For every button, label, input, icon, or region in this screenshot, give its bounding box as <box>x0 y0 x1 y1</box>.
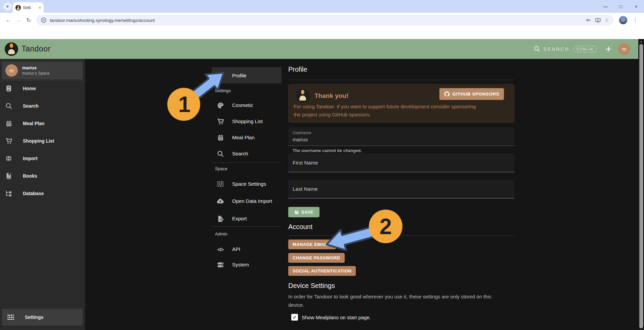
nav-item-system[interactable]: System <box>212 257 282 273</box>
first-name-input[interactable]: First Name <box>288 153 514 172</box>
sidebar-item-meal-plan[interactable]: Meal Plan <box>0 115 85 132</box>
search-icon[interactable] <box>533 45 541 52</box>
nav-item-open-data-import[interactable]: Open Data Import <box>212 189 282 213</box>
settings-nav: Profile Settings Cosmetic Shopping List <box>212 59 282 330</box>
github-sponsors-label: GITHUB SPONSORS <box>452 91 499 97</box>
sidebar-item-search[interactable]: Search <box>0 97 85 115</box>
tandoor-logo-icon <box>296 89 309 102</box>
nav-divider <box>212 226 282 227</box>
search-label[interactable]: SEARCH <box>543 46 569 52</box>
mealplan-checkbox[interactable]: ✓ <box>291 314 298 321</box>
heading-divider <box>288 80 514 80</box>
user-avatar[interactable]: m <box>618 43 630 55</box>
sidebar-space-name: marius's Space <box>22 71 50 76</box>
person-icon <box>216 72 225 79</box>
app-header: Tandoor SEARCH CTRL+K + m <box>0 39 638 59</box>
sidebar-avatar: m <box>5 64 18 77</box>
calendar-icon <box>3 120 14 127</box>
github-icon <box>444 91 450 97</box>
content-area: Profile Settings Cosmetic Shopping List <box>85 59 638 330</box>
username-field: Username marius <box>288 127 514 146</box>
tab-close-icon[interactable]: × <box>39 5 41 10</box>
username-helper-text: The username cannot be changed. <box>293 148 362 153</box>
nav-item-api[interactable]: </> API <box>212 241 282 257</box>
create-button[interactable]: + <box>605 44 611 54</box>
install-app-icon[interactable] <box>595 17 601 23</box>
mealplan-checkbox-label: Show Mealplans on start page. <box>302 315 371 320</box>
reload-button[interactable]: ↻ <box>24 17 34 24</box>
scrollbar-up-icon[interactable]: ▲ <box>638 40 644 43</box>
nav-item-meal-plan[interactable]: Meal Plan <box>212 130 282 146</box>
username-label: Username <box>293 131 311 135</box>
tab-title: Setti <box>23 5 37 10</box>
palette-icon <box>216 102 225 109</box>
settings-label: Settings <box>25 315 43 320</box>
github-sponsors-button[interactable]: GITHUB SPONSORS <box>439 88 504 100</box>
back-button[interactable]: ← <box>3 17 13 24</box>
sidebar-item-settings[interactable]: Settings <box>2 309 83 326</box>
password-key-icon[interactable] <box>586 17 592 23</box>
device-settings-body: In order for Tandoor to look good wherev… <box>288 292 508 309</box>
code-icon: </> <box>216 247 225 252</box>
window-minimize-button[interactable]: — <box>598 4 613 9</box>
thank-you-body: For using Tandoor. If you want to suppor… <box>294 103 482 119</box>
save-label: SAVE <box>301 210 313 215</box>
sidebar-item-books[interactable]: Books <box>0 167 85 185</box>
sidebar: m marius marius's Space Home Search Meal… <box>0 59 85 330</box>
globe-icon <box>3 155 14 162</box>
thank-you-title: Thank you! <box>314 92 348 100</box>
window-restore-button[interactable]: □ <box>613 4 629 9</box>
search-icon <box>216 150 225 158</box>
nav-item-cosmetic[interactable]: Cosmetic <box>212 97 282 113</box>
tandoor-favicon-icon <box>15 5 21 10</box>
nav-section-settings: Settings <box>215 88 231 93</box>
file-export-icon <box>216 215 225 223</box>
nav-profile-label: Profile <box>232 73 247 78</box>
page-top-gap <box>0 28 644 39</box>
nav-item-export[interactable]: Export <box>212 211 282 227</box>
sidebar-item-home[interactable]: Home <box>0 80 85 97</box>
nav-item-profile[interactable]: Profile <box>212 67 282 83</box>
window-close-button[interactable]: × <box>629 4 644 9</box>
url-text: tandoor.mariushosting.synology.me/settin… <box>50 18 155 23</box>
last-name-input[interactable]: Last Name <box>288 180 514 198</box>
nav-item-shopping-list[interactable]: Shopping List <box>212 113 282 130</box>
sidebar-item-import[interactable]: Import <box>0 150 85 167</box>
calendar-icon <box>216 134 225 141</box>
site-controls-icon[interactable] <box>41 17 46 23</box>
cart-icon <box>3 137 14 145</box>
main-panel: Profile Thank you! GITHUB SPONSORS For u… <box>288 59 514 330</box>
cart-icon <box>216 118 225 125</box>
browser-tab[interactable]: Setti × <box>13 2 44 13</box>
sidebar-user-chip[interactable]: m marius marius's Space <box>2 62 83 79</box>
browser-tab-strip: ▾ Setti × — □ × <box>0 0 644 13</box>
manage-emails-button[interactable]: MANAGE EMAILS <box>288 240 336 249</box>
brand-title[interactable]: Tandoor <box>22 44 51 53</box>
nav-item-search[interactable]: Search <box>212 146 282 162</box>
social-authentication-button[interactable]: SOCIAL AUTHENTICATION <box>288 266 356 276</box>
scrollbar-thumb[interactable] <box>639 44 643 328</box>
browser-menu-icon[interactable]: ⋮ <box>630 17 641 23</box>
username-value: marius <box>293 137 308 142</box>
sidebar-item-shopping-list[interactable]: Shopping List <box>0 132 85 150</box>
nav-section-admin: Admin <box>215 231 227 236</box>
forward-button[interactable]: → <box>13 17 24 24</box>
search-shortcut-badge: CTRL+K <box>573 46 597 52</box>
save-button[interactable]: SAVE <box>288 207 319 217</box>
heading-divider <box>288 235 514 236</box>
page-scrollbar[interactable]: ▲ <box>638 39 644 330</box>
change-password-button[interactable]: CHANGE PASSWORD <box>288 253 345 263</box>
bookmark-star-icon[interactable]: ☆ <box>604 17 609 23</box>
search-icon <box>3 102 14 110</box>
url-bar[interactable]: tandoor.mariushosting.synology.me/settin… <box>36 15 613 26</box>
home-book-icon <box>3 85 14 92</box>
database-tree-icon <box>3 190 14 197</box>
cloud-download-icon <box>216 197 225 205</box>
browser-toolbar: ← → ↻ tandoor.mariushosting.synology.me/… <box>0 13 644 28</box>
sliders-icon <box>216 180 225 188</box>
tab-search-chevron-icon[interactable]: ▾ <box>3 2 12 11</box>
mealplan-checkbox-row: ✓ Show Mealplans on start page. <box>291 314 371 321</box>
sidebar-item-database[interactable]: Database <box>0 185 85 202</box>
browser-profile-avatar[interactable] <box>619 16 628 25</box>
tandoor-logo-icon[interactable] <box>5 42 18 56</box>
